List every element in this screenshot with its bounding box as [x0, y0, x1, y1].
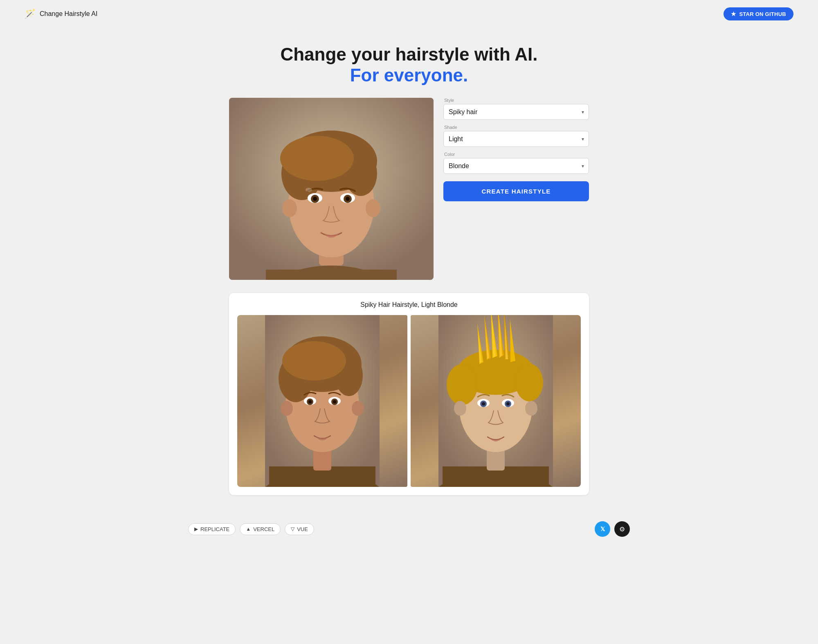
footer-badges: ▶ REPLICATE ▲ VERCEL ▽ VUE: [188, 523, 314, 535]
style-select-group: Style Spiky hairCurly hairStraight hairW…: [443, 98, 589, 120]
svg-point-32: [352, 401, 364, 416]
photo-upload-area[interactable]: [229, 98, 434, 280]
github-social-button[interactable]: ⚙: [614, 521, 630, 537]
svg-point-12: [366, 199, 380, 217]
vercel-label: VERCEL: [253, 526, 274, 532]
svg-point-11: [282, 199, 297, 217]
style-label: Style: [443, 98, 589, 103]
shade-select[interactable]: LightMediumDark: [443, 131, 589, 147]
editor-section: Style Spiky hairCurly hairStraight hairW…: [229, 98, 589, 280]
logo-icon: 🪄: [25, 9, 36, 19]
replicate-badge[interactable]: ▶ REPLICATE: [188, 523, 236, 535]
svg-point-17: [313, 197, 317, 201]
result-section: Spiky Hair Hairstyle, Light Blonde: [229, 293, 589, 495]
star-icon: ★: [731, 11, 736, 17]
github-btn-label: STAR ON GITHUB: [739, 11, 786, 17]
footer: ▶ REPLICATE ▲ VERCEL ▽ VUE 𝕏 ⚙: [164, 511, 654, 549]
github-icon: ⚙: [619, 525, 625, 533]
style-select-wrapper: Spiky hairCurly hairStraight hairWavy ha…: [443, 104, 589, 120]
shade-select-group: Shade LightMediumDark ▾: [443, 125, 589, 147]
svg-point-30: [282, 341, 346, 381]
svg-point-58: [447, 364, 478, 405]
vue-badge[interactable]: ▽ VUE: [285, 523, 314, 535]
footer-social: 𝕏 ⚙: [595, 521, 630, 537]
hero-title: Change your hairstyle with AI.: [8, 44, 810, 65]
controls-panel: Style Spiky hairCurly hairStraight hairW…: [443, 98, 589, 201]
github-button[interactable]: ★ STAR ON GITHUB: [724, 7, 793, 20]
svg-point-18: [346, 197, 350, 201]
svg-point-10: [280, 136, 354, 181]
svg-point-38: [333, 400, 336, 403]
before-image: [237, 315, 407, 487]
svg-point-60: [454, 401, 466, 416]
hero-section: Change your hairstyle with AI. For every…: [0, 28, 818, 98]
vue-label: VUE: [297, 526, 308, 532]
shade-select-wrapper: LightMediumDark ▾: [443, 131, 589, 147]
replicate-label: REPLICATE: [200, 526, 229, 532]
color-select-wrapper: BlondeBrownBlackRedGray ▾: [443, 158, 589, 174]
vercel-badge[interactable]: ▲ VERCEL: [240, 523, 281, 535]
color-select-group: Color BlondeBrownBlackRedGray ▾: [443, 152, 589, 174]
svg-rect-3: [266, 270, 397, 280]
main-content: Style Spiky hairCurly hairStraight hairW…: [221, 98, 597, 511]
svg-point-59: [515, 364, 543, 401]
svg-point-31: [281, 401, 293, 416]
svg-point-61: [525, 401, 537, 416]
create-hairstyle-button[interactable]: CREATE HAIRSTYLE: [443, 181, 589, 201]
svg-point-19: [306, 188, 312, 192]
replicate-icon: ▶: [194, 526, 198, 532]
twitter-button[interactable]: 𝕏: [595, 521, 610, 537]
shade-label: Shade: [443, 125, 589, 130]
twitter-icon: 𝕏: [600, 526, 605, 532]
style-select[interactable]: Spiky hairCurly hairStraight hairWavy ha…: [443, 104, 589, 120]
svg-point-37: [308, 400, 312, 403]
app-name: Change Hairstyle AI: [40, 10, 97, 18]
after-image: [411, 315, 581, 487]
svg-point-66: [482, 402, 485, 405]
vercel-icon: ▲: [246, 526, 251, 532]
result-images: [237, 315, 581, 487]
color-select[interactable]: BlondeBrownBlackRedGray: [443, 158, 589, 174]
vue-icon: ▽: [291, 526, 294, 532]
logo: 🪄 Change Hairstyle AI: [25, 9, 97, 19]
color-label: Color: [443, 152, 589, 157]
header: 🪄 Change Hairstyle AI ★ STAR ON GITHUB: [0, 0, 818, 28]
svg-point-67: [506, 402, 510, 405]
result-title: Spiky Hair Hairstyle, Light Blonde: [237, 301, 581, 308]
hero-subtitle: For everyone.: [8, 65, 810, 86]
